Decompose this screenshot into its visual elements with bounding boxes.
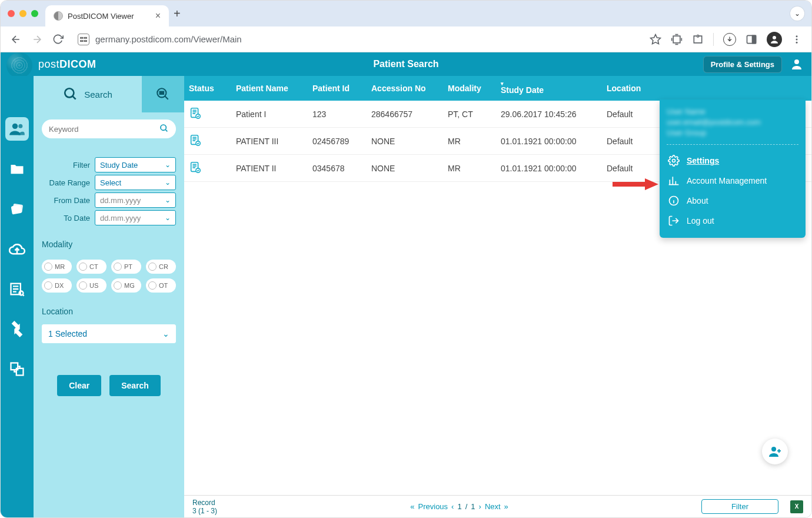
rail-item-sync[interactable] bbox=[5, 317, 29, 341]
window-controls bbox=[8, 10, 38, 17]
rail-item-cards[interactable] bbox=[5, 197, 29, 221]
side-panel-icon[interactable] bbox=[746, 34, 757, 45]
keyword-search-icon[interactable] bbox=[159, 124, 169, 135]
radio-icon bbox=[148, 263, 157, 271]
downloads-icon[interactable] bbox=[723, 33, 736, 46]
close-window-icon[interactable] bbox=[8, 10, 15, 17]
rail-item-patients[interactable] bbox=[5, 117, 29, 141]
profile-dropdown: User Name user.email@postdicom.com User … bbox=[660, 99, 806, 238]
site-settings-icon[interactable] bbox=[78, 34, 89, 45]
modality-section-label: Modality bbox=[42, 240, 176, 249]
search-tab-text[interactable]: Search bbox=[34, 76, 142, 112]
daterange-select[interactable]: Select⌄ bbox=[95, 175, 176, 190]
search-panel: Search Filter bbox=[34, 76, 184, 517]
modality-pill-mg[interactable]: MG bbox=[111, 278, 141, 293]
rail-item-list-search[interactable] bbox=[5, 277, 29, 301]
location-section-label: Location bbox=[42, 307, 176, 316]
todate-input[interactable]: dd.mm.yyyy⌄ bbox=[95, 210, 176, 225]
modality-pill-cr[interactable]: CR bbox=[146, 260, 176, 274]
svg-point-14 bbox=[12, 124, 18, 129]
modality-pill-us[interactable]: US bbox=[76, 278, 107, 293]
pager-prev-icon[interactable]: ‹ bbox=[451, 502, 454, 511]
svg-point-13 bbox=[794, 59, 799, 64]
modality-pill-ot[interactable]: OT bbox=[146, 278, 176, 293]
svg-point-10 bbox=[796, 35, 798, 37]
export-excel-icon[interactable]: X bbox=[790, 500, 803, 513]
kebab-menu-icon[interactable] bbox=[791, 34, 802, 45]
cell-patient-name: Patient I bbox=[231, 101, 308, 128]
rail-item-swap[interactable] bbox=[5, 357, 29, 381]
keyword-input[interactable] bbox=[49, 125, 159, 134]
col-accession-no[interactable]: Accession No bbox=[367, 76, 443, 101]
pager-first-icon[interactable]: « bbox=[410, 502, 414, 511]
radio-icon bbox=[114, 281, 122, 290]
new-tab-button[interactable]: + bbox=[174, 7, 181, 21]
fromdate-input[interactable]: dd.mm.yyyy⌄ bbox=[95, 192, 176, 208]
pager-total: 1 bbox=[471, 502, 475, 511]
col-status[interactable]: Status bbox=[184, 76, 231, 101]
svg-rect-5 bbox=[673, 36, 680, 43]
dropdown-item-logout[interactable]: Log out bbox=[667, 211, 798, 231]
ext-icon-1[interactable] bbox=[671, 34, 683, 45]
profile-settings-button[interactable]: Profile & Settings bbox=[703, 56, 782, 73]
modality-pill-pt[interactable]: PT bbox=[111, 260, 141, 274]
col-patient-name[interactable]: Patient Name bbox=[231, 76, 308, 101]
profile-avatar-icon[interactable] bbox=[767, 32, 782, 47]
svg-rect-8 bbox=[753, 35, 756, 43]
location-select[interactable]: 1 Selected ⌄ bbox=[42, 324, 176, 343]
browser-tab[interactable]: PostDICOM Viewer × bbox=[45, 5, 169, 26]
rail-item-folder[interactable] bbox=[5, 157, 29, 181]
url-text: germany.postdicom.com/Viewer/Main bbox=[95, 34, 242, 44]
tabs-dropdown-icon[interactable]: ⌄ bbox=[790, 6, 804, 21]
nav-forward-icon[interactable] bbox=[31, 34, 43, 45]
cell-patient-name: PATIENT III bbox=[231, 128, 308, 155]
dropdown-user-info: User Name user.email@postdicom.com User … bbox=[667, 107, 798, 138]
nav-reload-icon[interactable] bbox=[52, 34, 64, 45]
sort-desc-icon: ▾ bbox=[501, 82, 597, 85]
nav-back-icon[interactable] bbox=[10, 34, 22, 45]
add-user-fab[interactable] bbox=[762, 439, 788, 464]
brand-text: postDICOM bbox=[38, 58, 96, 71]
pager-next[interactable]: Next bbox=[485, 502, 501, 511]
header-user-icon[interactable] bbox=[788, 55, 806, 73]
cell-study-date: 29.06.2017 10:45:26 bbox=[496, 101, 602, 128]
cell-modality: MR bbox=[443, 155, 496, 182]
modality-pill-dx[interactable]: DX bbox=[42, 278, 72, 293]
results-footer: Record 3 (1 - 3) « Previous ‹ 1 / 1 › Ne… bbox=[184, 495, 811, 517]
modality-pill-mr[interactable]: MR bbox=[42, 260, 72, 274]
maximize-window-icon[interactable] bbox=[31, 10, 38, 17]
chevron-down-icon: ⌄ bbox=[165, 178, 171, 187]
daterange-label: Date Range bbox=[42, 178, 90, 187]
cell-accession: NONE bbox=[367, 155, 443, 182]
pager-next-icon[interactable]: › bbox=[479, 502, 481, 511]
bookmark-star-icon[interactable] bbox=[650, 34, 661, 45]
dropdown-item-settings[interactable]: Settings bbox=[667, 151, 798, 171]
radio-icon bbox=[79, 263, 87, 271]
col-modality[interactable]: Modality bbox=[443, 76, 496, 101]
svg-rect-2 bbox=[84, 37, 86, 38]
extensions-icon[interactable] bbox=[692, 34, 704, 45]
clear-button[interactable]: Clear bbox=[57, 375, 101, 396]
footer-filter-button[interactable]: Filter bbox=[701, 499, 778, 514]
col-location[interactable]: Location bbox=[602, 76, 811, 101]
cell-accession: NONE bbox=[367, 128, 443, 155]
cell-patient-id: 123 bbox=[308, 101, 367, 128]
status-icon bbox=[189, 134, 202, 147]
search-tab-advanced[interactable] bbox=[142, 76, 184, 112]
svg-point-6 bbox=[697, 35, 698, 36]
address-bar[interactable]: germany.postdicom.com/Viewer/Main bbox=[78, 34, 242, 45]
minimize-window-icon[interactable] bbox=[19, 10, 26, 17]
record-info: 3 (1 - 3) bbox=[192, 507, 217, 515]
rail-item-upload[interactable] bbox=[5, 237, 29, 261]
col-patient-id[interactable]: Patient Id bbox=[308, 76, 367, 101]
modality-pill-ct[interactable]: CT bbox=[76, 260, 107, 274]
col-study-date[interactable]: ▾Study Date bbox=[496, 76, 602, 101]
close-tab-icon[interactable]: × bbox=[155, 11, 161, 21]
filter-select[interactable]: Study Date⌄ bbox=[95, 157, 176, 172]
pager-prev[interactable]: Previous bbox=[418, 502, 448, 511]
pager-last-icon[interactable]: » bbox=[504, 502, 508, 511]
dropdown-item-about[interactable]: About bbox=[667, 191, 798, 211]
dropdown-item-account[interactable]: Account Management bbox=[667, 171, 798, 191]
search-button[interactable]: Search bbox=[109, 375, 161, 396]
page-title: Patient Search bbox=[373, 59, 438, 69]
